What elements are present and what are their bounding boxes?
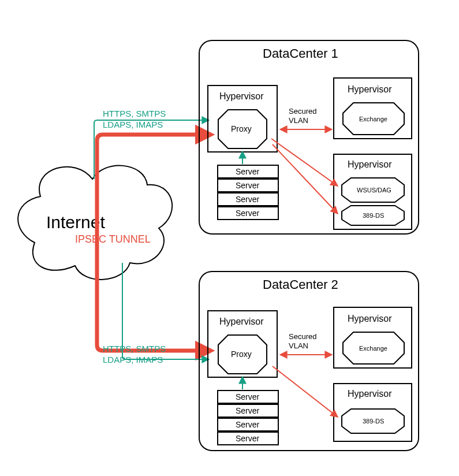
datacenter-1: DataCenter 1 Hypervisor Proxy Server Ser… [199,40,419,234]
dc2-proxy-label: Proxy [231,349,252,359]
dc1-title: DataCenter 1 [263,46,338,61]
protocols-dc1: HTTPS, SMTPS LDAPS, IMAPS [94,109,209,179]
dc2-secured-vlan-line2: VLAN [289,341,308,350]
dc1-hypervisor-exchange: Hypervisor Exchange [334,78,412,139]
ipsec-tunnel-line-dc2 [97,228,209,351]
dc1-389ds-label: 389-DS [363,212,384,219]
dc2-server-3: Server [236,420,260,429]
dc1-proxy-label: Proxy [231,124,252,133]
datacenter-2: DataCenter 2 Hypervisor Proxy Server Ser… [199,272,419,451]
dc2-server-2: Server [236,406,260,415]
dc2-exchange-label: Exchange [359,345,387,352]
dc1-server-4: Server [236,209,260,218]
dc1-secured-vlan-line2: VLAN [289,116,308,125]
dc1-hypervisor-proxy: Hypervisor Proxy [208,85,277,152]
dc1-hypervisor-wsus: Hypervisor WSUS/DAG 389-DS [334,154,412,229]
dc2-vlan-arrow-to-389ds [273,366,338,417]
dc2-hypervisor-389ds: Hypervisor 389-DS [334,384,412,441]
dc1-exchange-label: Exchange [359,116,387,122]
dc1-server-3: Server [236,195,260,204]
dc1-wsusdag-label: WSUS/DAG [357,187,391,194]
dc1-server-1: Server [236,167,260,176]
ipsec-tunnel-label: IPSEC TUNNEL [75,233,151,245]
dc2-hypervisor-exchange: Hypervisor Exchange [334,307,412,368]
dc2-hv-389ds-label: Hypervisor [348,389,392,399]
dc2-server-1: Server [236,392,260,401]
ipsec-tunnel-line-dc1 [97,135,209,228]
protocols-dc2-line2: LDAPS, IMAPS [103,355,163,365]
dc1-servers: Server Server Server Server [218,165,278,220]
dc2-secured-vlan-line1: Secured [289,332,316,341]
dc2-servers: Server Server Server Server [218,391,278,445]
dc1-hv-exchange-label: Hypervisor [348,84,392,94]
svg-rect-0 [199,40,419,234]
dc1-hv-wsus-label: Hypervisor [348,159,392,169]
dc1-hv-proxy-label: Hypervisor [219,91,264,101]
dc2-server-4: Server [236,434,260,443]
protocols-dc1-line2: LDAPS, IMAPS [103,120,163,129]
protocols-dc2-line1: HTTPS, SMTPS [103,344,166,354]
dc2-hv-proxy-label: Hypervisor [219,317,264,326]
dc2-hv-exchange-label: Hypervisor [348,314,392,323]
dc1-secured-vlan-line1: Secured [289,107,316,116]
dc2-title: DataCenter 2 [263,277,338,292]
dc2-389ds-label: 389-DS [363,418,384,425]
protocols-dc1-line1: HTTPS, SMTPS [103,109,166,118]
dc2-hypervisor-proxy: Hypervisor Proxy [208,311,277,377]
dc1-server-2: Server [236,181,260,190]
svg-rect-8 [199,272,419,451]
